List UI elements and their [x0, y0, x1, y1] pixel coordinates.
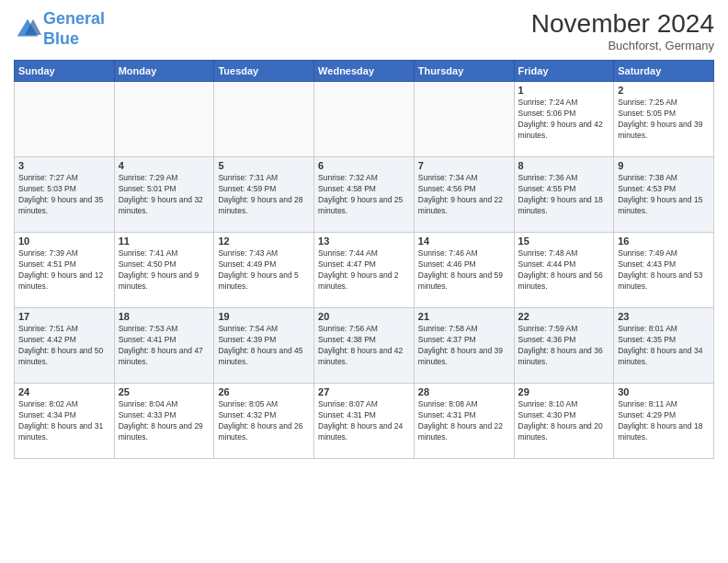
day-number: 12	[218, 236, 310, 247]
calendar-cell: 3Sunrise: 7:27 AMSunset: 5:03 PMDaylight…	[15, 157, 115, 233]
day-info: Sunrise: 7:46 AMSunset: 4:46 PMDaylight:…	[418, 248, 510, 293]
week-row-2: 10Sunrise: 7:39 AMSunset: 4:51 PMDayligh…	[15, 233, 714, 308]
calendar-cell: 11Sunrise: 7:41 AMSunset: 4:50 PMDayligh…	[114, 233, 214, 308]
day-number: 7	[418, 160, 510, 171]
calendar-cell: 13Sunrise: 7:44 AMSunset: 4:47 PMDayligh…	[314, 233, 415, 308]
day-number: 8	[518, 160, 610, 171]
calendar-cell	[214, 82, 314, 157]
day-number: 18	[119, 311, 210, 322]
calendar-cell: 14Sunrise: 7:46 AMSunset: 4:46 PMDayligh…	[414, 233, 514, 308]
day-info: Sunrise: 7:53 AMSunset: 4:41 PMDaylight:…	[119, 324, 210, 368]
calendar-cell	[15, 82, 115, 157]
col-sunday: Sunday	[15, 61, 115, 82]
day-number: 10	[18, 236, 110, 247]
day-info: Sunrise: 7:41 AMSunset: 4:50 PMDaylight:…	[119, 248, 210, 293]
calendar-cell: 12Sunrise: 7:43 AMSunset: 4:49 PMDayligh…	[214, 233, 314, 308]
day-number: 20	[318, 311, 410, 322]
day-number: 9	[618, 160, 710, 171]
day-info: Sunrise: 8:08 AMSunset: 4:31 PMDaylight:…	[418, 399, 510, 443]
day-info: Sunrise: 7:49 AMSunset: 4:43 PMDaylight:…	[618, 248, 710, 293]
day-number: 23	[618, 311, 710, 322]
day-info: Sunrise: 7:48 AMSunset: 4:44 PMDaylight:…	[518, 248, 610, 293]
calendar-cell: 8Sunrise: 7:36 AMSunset: 4:55 PMDaylight…	[514, 157, 614, 233]
day-info: Sunrise: 7:39 AMSunset: 4:51 PMDaylight:…	[18, 248, 110, 293]
day-number: 15	[518, 236, 610, 247]
calendar-cell	[414, 82, 514, 157]
day-info: Sunrise: 7:51 AMSunset: 4:42 PMDaylight:…	[18, 324, 110, 368]
calendar-cell: 18Sunrise: 7:53 AMSunset: 4:41 PMDayligh…	[114, 308, 214, 384]
day-number: 3	[18, 160, 110, 171]
calendar-cell: 2Sunrise: 7:25 AMSunset: 5:05 PMDaylight…	[614, 82, 714, 157]
day-number: 2	[618, 85, 710, 96]
calendar-cell: 10Sunrise: 7:39 AMSunset: 4:51 PMDayligh…	[15, 233, 115, 308]
calendar-cell: 26Sunrise: 8:05 AMSunset: 4:32 PMDayligh…	[214, 384, 314, 459]
day-number: 16	[618, 236, 710, 247]
day-number: 28	[418, 386, 510, 397]
day-number: 24	[18, 386, 110, 397]
day-number: 11	[119, 236, 210, 247]
day-info: Sunrise: 8:11 AMSunset: 4:29 PMDaylight:…	[618, 399, 710, 443]
calendar-cell: 23Sunrise: 8:01 AMSunset: 4:35 PMDayligh…	[614, 308, 714, 384]
day-number: 29	[518, 386, 610, 397]
calendar-cell: 5Sunrise: 7:31 AMSunset: 4:59 PMDaylight…	[214, 157, 314, 233]
day-number: 30	[618, 386, 710, 397]
day-info: Sunrise: 7:44 AMSunset: 4:47 PMDaylight:…	[318, 248, 410, 293]
day-number: 17	[18, 311, 110, 322]
week-row-0: 1Sunrise: 7:24 AMSunset: 5:06 PMDaylight…	[15, 82, 714, 157]
calendar-table: Sunday Monday Tuesday Wednesday Thursday…	[14, 60, 714, 459]
day-info: Sunrise: 7:38 AMSunset: 4:53 PMDaylight:…	[618, 173, 710, 217]
location: Buchforst, Germany	[531, 39, 714, 52]
calendar-cell: 28Sunrise: 8:08 AMSunset: 4:31 PMDayligh…	[414, 384, 514, 459]
day-info: Sunrise: 8:07 AMSunset: 4:31 PMDaylight:…	[318, 399, 410, 443]
day-info: Sunrise: 7:24 AMSunset: 5:06 PMDaylight:…	[518, 98, 610, 142]
day-number: 6	[318, 160, 410, 171]
logo-line1: General	[43, 9, 105, 28]
calendar-cell: 15Sunrise: 7:48 AMSunset: 4:44 PMDayligh…	[514, 233, 614, 308]
month-title: November 2024	[531, 9, 714, 39]
day-info: Sunrise: 7:54 AMSunset: 4:39 PMDaylight:…	[218, 324, 310, 368]
day-number: 22	[518, 311, 610, 322]
day-number: 25	[119, 386, 210, 397]
day-number: 27	[318, 386, 410, 397]
day-number: 19	[218, 311, 310, 322]
week-row-1: 3Sunrise: 7:27 AMSunset: 5:03 PMDaylight…	[15, 157, 714, 233]
day-info: Sunrise: 7:32 AMSunset: 4:58 PMDaylight:…	[318, 173, 410, 217]
calendar-cell: 17Sunrise: 7:51 AMSunset: 4:42 PMDayligh…	[15, 308, 115, 384]
day-info: Sunrise: 7:31 AMSunset: 4:59 PMDaylight:…	[218, 173, 310, 217]
calendar-cell: 1Sunrise: 7:24 AMSunset: 5:06 PMDaylight…	[514, 82, 614, 157]
col-wednesday: Wednesday	[314, 61, 415, 82]
logo: General Blue	[14, 9, 105, 49]
day-info: Sunrise: 7:43 AMSunset: 4:49 PMDaylight:…	[218, 248, 310, 293]
day-number: 13	[318, 236, 410, 247]
day-number: 4	[119, 160, 210, 171]
calendar-cell: 22Sunrise: 7:59 AMSunset: 4:36 PMDayligh…	[514, 308, 614, 384]
calendar-cell: 9Sunrise: 7:38 AMSunset: 4:53 PMDaylight…	[614, 157, 714, 233]
day-info: Sunrise: 8:01 AMSunset: 4:35 PMDaylight:…	[618, 324, 710, 368]
day-info: Sunrise: 8:04 AMSunset: 4:33 PMDaylight:…	[119, 399, 210, 443]
day-info: Sunrise: 7:27 AMSunset: 5:03 PMDaylight:…	[18, 173, 110, 217]
calendar-cell: 30Sunrise: 8:11 AMSunset: 4:29 PMDayligh…	[614, 384, 714, 459]
calendar-cell: 6Sunrise: 7:32 AMSunset: 4:58 PMDaylight…	[314, 157, 415, 233]
calendar-cell: 27Sunrise: 8:07 AMSunset: 4:31 PMDayligh…	[314, 384, 415, 459]
calendar-cell: 7Sunrise: 7:34 AMSunset: 4:56 PMDaylight…	[414, 157, 514, 233]
day-info: Sunrise: 8:10 AMSunset: 4:30 PMDaylight:…	[518, 399, 610, 443]
logo-line2: Blue	[43, 29, 79, 48]
col-monday: Monday	[114, 61, 214, 82]
calendar-cell: 16Sunrise: 7:49 AMSunset: 4:43 PMDayligh…	[614, 233, 714, 308]
col-saturday: Saturday	[614, 61, 714, 82]
title-block: November 2024 Buchforst, Germany	[531, 9, 714, 52]
page: General Blue November 2024 Buchforst, Ge…	[0, 0, 728, 563]
week-row-4: 24Sunrise: 8:02 AMSunset: 4:34 PMDayligh…	[15, 384, 714, 459]
day-number: 14	[418, 236, 510, 247]
day-info: Sunrise: 7:56 AMSunset: 4:38 PMDaylight:…	[318, 324, 410, 368]
calendar-cell: 20Sunrise: 7:56 AMSunset: 4:38 PMDayligh…	[314, 308, 415, 384]
calendar-cell	[314, 82, 415, 157]
day-info: Sunrise: 8:05 AMSunset: 4:32 PMDaylight:…	[218, 399, 310, 443]
col-thursday: Thursday	[414, 61, 514, 82]
calendar-cell: 29Sunrise: 8:10 AMSunset: 4:30 PMDayligh…	[514, 384, 614, 459]
day-info: Sunrise: 7:29 AMSunset: 5:01 PMDaylight:…	[119, 173, 210, 217]
day-info: Sunrise: 7:36 AMSunset: 4:55 PMDaylight:…	[518, 173, 610, 217]
day-info: Sunrise: 8:02 AMSunset: 4:34 PMDaylight:…	[18, 399, 110, 443]
week-row-3: 17Sunrise: 7:51 AMSunset: 4:42 PMDayligh…	[15, 308, 714, 384]
calendar-cell: 25Sunrise: 8:04 AMSunset: 4:33 PMDayligh…	[114, 384, 214, 459]
